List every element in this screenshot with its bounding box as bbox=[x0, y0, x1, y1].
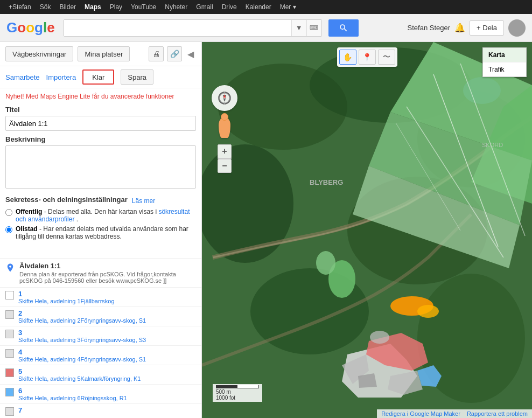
olistad-label: Olistad bbox=[16, 225, 38, 233]
vagbeskrivningar-button[interactable]: Vägbeskrivningar bbox=[5, 46, 73, 61]
privacy-section: Sekretess- och delningsinställningar Läs… bbox=[5, 196, 196, 240]
pin-icon: 📍 bbox=[362, 53, 372, 61]
nav-item-mer[interactable]: Mer ▾ bbox=[276, 0, 300, 14]
map-title-item[interactable]: Älvdalen 1:1 Denna plan är exporterad fr… bbox=[0, 258, 201, 287]
pegman[interactable] bbox=[219, 117, 230, 138]
layer-desc: Skifte Hela, avdelning 4Föryngringsavv-s… bbox=[18, 356, 146, 363]
svg-text:SKORD: SKORD bbox=[482, 142, 503, 148]
layer-desc: Skifte Hela, avdelning 6Röjningsskog, R1 bbox=[18, 395, 127, 401]
layer-item[interactable]: 3Skifte Hela, avdelning 3Föryngringsavv-… bbox=[0, 326, 201, 345]
layer-color-box bbox=[5, 407, 14, 416]
offentlig-label: Offentlig bbox=[16, 208, 42, 215]
layer-color-box bbox=[5, 291, 14, 299]
layer-number: 7 bbox=[18, 406, 22, 414]
layer-text: 6Skifte Hela, avdelning 6Röjningsskog, R… bbox=[18, 387, 127, 401]
offentlig-radio[interactable] bbox=[5, 209, 12, 216]
nav-item-sok[interactable]: Sök bbox=[36, 0, 55, 14]
link-icon: 🔗 bbox=[170, 50, 179, 58]
search-button[interactable] bbox=[328, 19, 359, 37]
privacy-learn-more-link[interactable]: Läs mer bbox=[132, 197, 155, 205]
klar-button[interactable]: Klar bbox=[82, 69, 114, 85]
nav-item-plus-stefan[interactable]: +Stefan bbox=[4, 0, 36, 14]
top-navbar: +Stefan Sök Bilder Maps Play YouTube Nyh… bbox=[0, 0, 532, 14]
map-top-toolbar: ✋ 📍 〜 bbox=[337, 47, 397, 67]
search-icon bbox=[339, 23, 348, 33]
nav-item-play[interactable]: Play bbox=[106, 0, 127, 14]
layer-item[interactable]: 5Skifte Hela, avdelning 5Kalmark/föryngr… bbox=[0, 365, 201, 384]
map-area[interactable]: BLYBERG SKORD bbox=[202, 42, 532, 418]
map-item-title: Älvdalen 1:1 bbox=[19, 262, 196, 270]
importera-link[interactable]: Importera bbox=[46, 73, 76, 81]
hand-icon: ✋ bbox=[343, 53, 352, 61]
main-content: Vägbeskrivningar Mina platser 🖨 🔗 ◀ Sama… bbox=[0, 42, 532, 418]
privacy-title: Sekretess- och delningsinställningar bbox=[5, 196, 128, 204]
left-panel: Vägbeskrivningar Mina platser 🖨 🔗 ◀ Sama… bbox=[0, 42, 202, 418]
olistad-radio[interactable] bbox=[5, 226, 12, 233]
bell-icon[interactable]: 🔔 bbox=[454, 23, 465, 33]
user-name: Stefan Steger bbox=[408, 24, 451, 32]
map-controls: + − bbox=[212, 85, 237, 173]
keyboard-icon: ⌨ bbox=[310, 24, 318, 31]
offentlig-desc2: . bbox=[76, 215, 78, 223]
pin-tool-button[interactable]: 📍 bbox=[359, 50, 376, 65]
zoom-in-button[interactable]: + bbox=[218, 144, 232, 158]
layer-item[interactable]: 7 bbox=[0, 403, 201, 418]
share-button[interactable]: + Dela bbox=[470, 20, 504, 36]
nav-item-gmail[interactable]: Gmail bbox=[192, 0, 217, 14]
link-button[interactable]: 🔗 bbox=[167, 46, 182, 61]
scale-1000ft: 1000 fot bbox=[216, 395, 259, 401]
zoom-out-button[interactable]: − bbox=[218, 159, 232, 173]
map-type-selector: Karta Trafik bbox=[482, 47, 527, 77]
spara-button[interactable]: Spara bbox=[121, 69, 153, 85]
dropdown-icon: ▼ bbox=[296, 24, 303, 32]
path-tool-button[interactable]: 〜 bbox=[378, 50, 395, 65]
nav-item-bilder[interactable]: Bilder bbox=[55, 0, 80, 14]
layers-list: 1Skifte Hela, avdelning 1Fjällbarrskog2S… bbox=[0, 287, 201, 418]
layer-number: 2 bbox=[18, 309, 146, 317]
search-input[interactable] bbox=[64, 20, 291, 36]
navigation-circle[interactable] bbox=[212, 85, 237, 111]
karta-button[interactable]: Karta bbox=[483, 48, 526, 62]
layer-color-box bbox=[5, 330, 14, 338]
layer-color-box bbox=[5, 310, 14, 319]
layer-desc: Skifte Hela, avdelning 3Föryngringsavv-s… bbox=[18, 337, 146, 343]
layer-text: 2Skifte Hela, avdelning 2Föryngringsavv-… bbox=[18, 309, 146, 324]
layer-color-box bbox=[5, 388, 14, 396]
hand-tool-button[interactable]: ✋ bbox=[339, 50, 356, 65]
svg-point-20 bbox=[417, 305, 439, 318]
map-attribution: Redigera i Google Map Maker Rapportera e… bbox=[377, 409, 532, 418]
description-textarea[interactable] bbox=[5, 145, 196, 189]
layer-text: 5Skifte Hela, avdelning 5Kalmark/föryngr… bbox=[18, 367, 141, 382]
nav-item-kalender[interactable]: Kalender bbox=[241, 0, 276, 14]
layer-item[interactable]: 6Skifte Hela, avdelning 6Röjningsskog, R… bbox=[0, 384, 201, 403]
offentlig-desc: - Delas med alla. Den här kartan visas i bbox=[44, 208, 159, 215]
search-dropdown-button[interactable]: ▼ bbox=[291, 20, 306, 36]
panel-content: Nyhet! Med Maps Engine Lite får du avanc… bbox=[0, 88, 201, 258]
nav-item-nyheter[interactable]: Nyheter bbox=[160, 0, 192, 14]
title-input[interactable] bbox=[5, 116, 196, 131]
scale-500m: 500 m bbox=[216, 389, 259, 395]
layer-number: 1 bbox=[18, 290, 115, 298]
compass-icon bbox=[217, 90, 232, 106]
mina-platser-button[interactable]: Mina platser bbox=[78, 46, 130, 61]
report-problem-link[interactable]: Rapportera ett problem bbox=[467, 410, 528, 417]
google-logo: Google bbox=[6, 19, 55, 36]
keyboard-button[interactable]: ⌨ bbox=[306, 20, 321, 36]
nav-item-maps[interactable]: Maps bbox=[80, 0, 106, 14]
path-icon: 〜 bbox=[383, 52, 390, 62]
layer-item[interactable]: 1Skifte Hela, avdelning 1Fjällbarrskog bbox=[0, 287, 201, 306]
nav-item-youtube[interactable]: YouTube bbox=[127, 0, 160, 14]
nav-item-drive[interactable]: Drive bbox=[218, 0, 241, 14]
trafik-button[interactable]: Trafik bbox=[483, 62, 526, 76]
layer-item[interactable]: 4Skifte Hela, avdelning 4Föryngringsavv-… bbox=[0, 345, 201, 365]
samarbete-link[interactable]: Samarbete bbox=[5, 73, 40, 81]
layer-text: 1Skifte Hela, avdelning 1Fjällbarrskog bbox=[18, 290, 115, 304]
map-item-desc: Denna plan är exporterad från pcSKOG. Vi… bbox=[19, 271, 196, 284]
layer-number: 3 bbox=[18, 329, 146, 337]
print-button[interactable]: 🖨 bbox=[149, 46, 164, 61]
edit-map-maker-link[interactable]: Redigera i Google Map Maker bbox=[381, 410, 460, 417]
collapse-panel-button[interactable]: ◀ bbox=[185, 46, 196, 61]
layer-text: 4Skifte Hela, avdelning 4Föryngringsavv-… bbox=[18, 348, 146, 363]
layer-item[interactable]: 2Skifte Hela, avdelning 2Föryngringsavv-… bbox=[0, 306, 201, 326]
avatar[interactable] bbox=[508, 19, 526, 37]
